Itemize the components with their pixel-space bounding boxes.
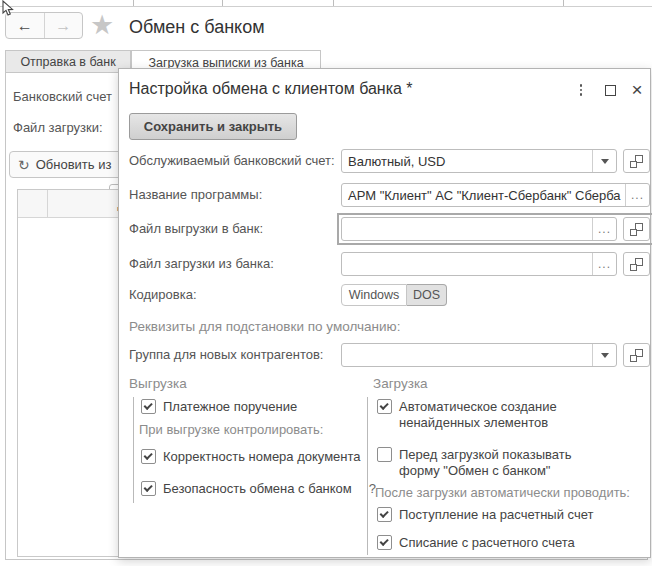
encoding-toggle: Windows DOS [341,284,447,306]
open-form-icon [630,349,643,362]
checkbox[interactable] [377,447,392,462]
encoding-windows-option[interactable]: Windows [341,284,407,306]
checkbox-document-number[interactable]: Корректность номера документа [141,449,361,465]
checkbox[interactable] [377,535,392,550]
favorite-star-icon[interactable]: ★ [90,10,114,40]
checkbox[interactable] [141,481,156,496]
checkbox-label: Автоматическое создание ненайденных элем… [399,399,604,431]
checkbox-payment-order[interactable]: Платежное поручение [141,399,297,415]
account-label: Обслуживаемый банковский счет: [129,149,335,173]
counterparty-group-dropdown-button[interactable] [592,344,616,366]
close-button[interactable]: × [627,81,647,99]
top-tick [333,0,334,6]
checkbox-receipt-account[interactable]: Поступление на расчетный счет [377,507,593,523]
load-file-label: Файл загрузки: [13,120,103,135]
export-file-open-button[interactable] [623,217,650,241]
maximize-icon [605,85,616,96]
program-ellipsis-button[interactable]: ... [625,184,649,206]
counterparty-group-open-button[interactable] [623,343,650,367]
more-menu-button[interactable] [571,81,591,99]
more-dots-icon [580,84,583,96]
export-group-header: Выгрузка [129,376,187,391]
counterparty-group-label: Группа для новых контрагентов: [129,343,324,367]
close-icon: × [631,82,642,98]
export-file-focus-frame: ... [341,217,650,241]
bank-account-label: Банковский счет [13,89,112,104]
import-group-header: Загрузка [373,376,428,391]
export-file-ellipsis-button[interactable]: ... [592,218,616,240]
export-control-label: При выгрузке контролировать: [139,418,323,442]
checkbox-label: Корректность номера документа [163,449,361,465]
export-file-value [342,218,592,240]
encoding-label: Кодировка: [129,283,197,307]
checkbox-show-form[interactable]: Перед загрузкой показывать форму "Обмен … [377,447,627,479]
top-tick [563,0,564,6]
ellipsis-icon: ... [631,191,644,199]
export-file-field[interactable]: ... [341,217,617,241]
account-value: Валютный, USD [342,150,592,172]
open-form-icon [630,258,643,271]
import-file-field[interactable]: ... [341,252,617,276]
account-field[interactable]: Валютный, USD [341,149,617,173]
chevron-down-icon [601,159,609,164]
import-file-ellipsis-button[interactable]: ... [592,253,616,275]
export-file-label: Файл выгрузки в банк: [129,217,263,241]
mouse-cursor-icon [1,0,15,18]
post-import-label: После загрузки автоматически проводить: [375,481,630,505]
checkbox-label: Безопасность обмена с банком [163,481,352,497]
counterparty-group-value [342,344,592,366]
refresh-button-label: Обновить из [36,157,112,172]
counterparty-group-field[interactable] [341,343,617,367]
bank-client-settings-dialog: Настройка обмена с клиентом банка * × Со… [118,68,651,558]
import-file-value [342,253,592,275]
top-tick [133,0,134,6]
export-group-line [133,397,134,503]
refresh-icon: ↻ [18,157,30,173]
open-form-icon [630,155,643,168]
checkbox-auto-create[interactable]: Автоматическое создание ненайденных элем… [377,399,627,431]
checkbox-label: Перед загрузкой показывать форму "Обмен … [399,447,604,479]
checkbox[interactable] [377,399,392,414]
program-field[interactable]: АРМ "Клиент" АС "Клиент-Сбербанк" Сберба… [341,183,650,207]
import-group-line [367,397,368,555]
import-file-open-button[interactable] [623,252,650,276]
page-title: Обмен с банком [129,17,265,38]
checkbox-label: Поступление на расчетный счет [399,507,593,523]
checkbox[interactable] [141,449,156,464]
ellipsis-icon: ... [598,225,611,233]
maximize-button[interactable] [600,81,620,99]
account-open-button[interactable] [623,149,650,173]
save-and-close-button[interactable]: Сохранить и закрыть [129,113,297,140]
checkbox-exchange-security[interactable]: Безопасность обмена с банком ? [141,481,376,497]
open-form-icon [630,223,643,236]
forward-button[interactable]: → [45,13,83,38]
table-header-checkbox-col [18,190,48,217]
checkbox-label: Платежное поручение [163,399,297,415]
encoding-dos-option[interactable]: DOS [407,284,447,306]
chevron-down-icon [601,353,609,358]
top-hairline [0,6,652,7]
checkbox-label: Списание с расчетного счета [399,535,575,551]
import-file-label: Файл загрузки из банка: [129,252,274,276]
dialog-title: Настройка обмена с клиентом банка * [129,80,413,98]
ellipsis-icon: ... [598,260,611,268]
nav-history-group: ← → [5,12,83,39]
top-tick [222,0,223,6]
account-dropdown-button[interactable] [592,150,616,172]
checkbox-writeoff-account[interactable]: Списание с расчетного счета [377,535,575,551]
checkbox[interactable] [377,507,392,522]
program-value: АРМ "Клиент" АС "Клиент-Сбербанк" Сберба [342,184,625,206]
top-edge-strip [0,0,652,8]
checkbox[interactable] [141,399,156,414]
defaults-section-header: Реквизиты для подстановки по умолчанию: [129,319,400,334]
tab-send-to-bank[interactable]: Отправка в банк [5,50,131,73]
program-label: Название программы: [129,183,262,207]
